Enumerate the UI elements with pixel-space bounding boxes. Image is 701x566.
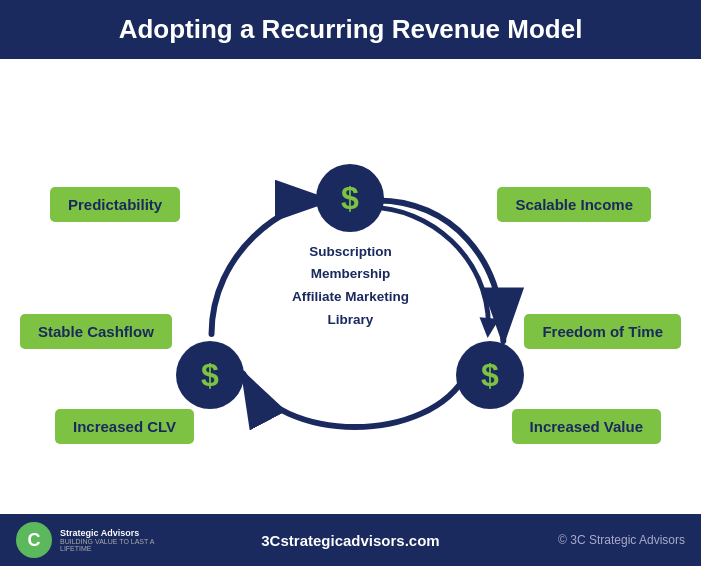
- dollar-circle-left: $: [176, 341, 244, 409]
- logo-company: Strategic Advisors: [60, 528, 176, 539]
- footer-copyright: © 3C Strategic Advisors: [525, 533, 685, 547]
- page-title: Adopting a Recurring Revenue Model: [0, 0, 701, 59]
- footer: C Strategic Advisors BUILDING VALUE TO L…: [0, 514, 701, 566]
- footer-logo: C Strategic Advisors BUILDING VALUE TO L…: [16, 522, 176, 558]
- label-scalable-income: Scalable Income: [497, 187, 651, 222]
- dollar-circle-right: $: [456, 341, 524, 409]
- footer-website: 3Cstrategicadvisors.com: [176, 532, 525, 549]
- logo-tagline: BUILDING VALUE TO LAST A LIFETIME: [60, 538, 176, 552]
- label-increased-value: Increased Value: [512, 409, 661, 444]
- main-content: $ $ $ Subscription Membership Affiliate …: [0, 59, 701, 514]
- label-freedom-of-time: Freedom of Time: [524, 314, 681, 349]
- label-predictability: Predictability: [50, 187, 180, 222]
- center-text-block: Subscription Membership Affiliate Market…: [292, 241, 409, 333]
- logo-circle: C: [16, 522, 52, 558]
- label-stable-cashflow: Stable Cashflow: [20, 314, 172, 349]
- label-increased-clv: Increased CLV: [55, 409, 194, 444]
- dollar-circle-top: $: [316, 164, 384, 232]
- svg-marker-0: [478, 317, 499, 338]
